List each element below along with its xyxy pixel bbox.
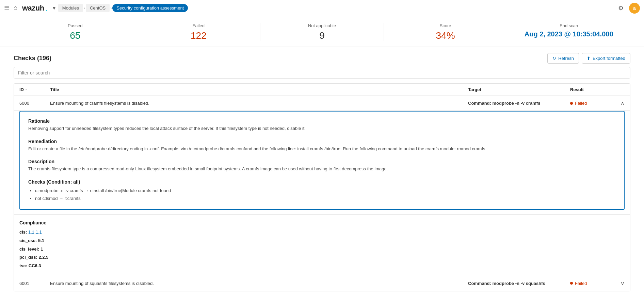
logo-chevron[interactable]: ▾ — [53, 5, 55, 11]
description-section: Description The cramfs filesystem type i… — [28, 159, 616, 172]
row-target-value-6001: modprobe -n -v squashfs — [491, 281, 545, 286]
detail-panel: Rationale Removing support for unneeded … — [19, 111, 625, 210]
main-content: Checks (196) ↻ Refresh ⬆ Export formatte… — [0, 47, 644, 291]
stat-endscan-value: Aug 2, 2023 @ 10:35:04.000 — [514, 30, 624, 38]
compliance-tsc: tsc: CC6.3 — [19, 262, 625, 270]
col-target-header: Target — [468, 87, 570, 92]
stat-passed-label: Passed — [20, 23, 130, 28]
stat-score-label: Score — [391, 23, 500, 28]
compliance-tsc-value: CC6.3 — [29, 263, 41, 268]
stat-endscan: End scan Aug 2, 2023 @ 10:35:04.000 — [507, 23, 630, 38]
stat-not-applicable: Not applicable 9 — [260, 23, 384, 41]
stat-failed-label: Failed — [144, 23, 254, 28]
col-id-header[interactable]: ID ↑ — [19, 87, 50, 92]
refresh-icon: ↻ — [552, 56, 556, 61]
stat-score-value: 34% — [391, 30, 500, 41]
checks-list: c:modprobe -n -v cramfs → r:install /bin… — [28, 187, 616, 203]
stat-na-label: Not applicable — [267, 23, 377, 28]
rationale-text: Removing support for unneeded filesystem… — [28, 125, 616, 132]
export-icon: ⬆ — [587, 56, 591, 61]
breadcrumb-sep-1: › — [84, 6, 85, 11]
row-target-label: Command: — [468, 101, 491, 106]
logo-dot: . — [46, 4, 48, 13]
result-dot-icon-6001 — [570, 282, 573, 285]
compliance-pci-dss-value: 2.2.5 — [38, 255, 48, 260]
result-badge-6001: Failed — [570, 281, 587, 286]
remediation-text: Edit or create a file in the /etc/modpro… — [28, 146, 616, 152]
search-input[interactable] — [14, 67, 630, 79]
compliance-cis-key: cis: — [19, 230, 27, 235]
row-target-6000: Command: modprobe -n -v cramfs — [468, 101, 570, 106]
compliance-items: cis: 1.1.1.1 cis_csc: 5.1 cis_level: 1 p… — [19, 228, 625, 270]
result-badge-6000: Failed — [570, 101, 587, 106]
stat-endscan-label: End scan — [514, 23, 624, 28]
breadcrumb-sca[interactable]: Security configuration assessment — [112, 4, 188, 12]
compliance-cis-level-value: 1 — [41, 247, 43, 252]
compliance-pci-dss-key: pci_dss: — [19, 255, 37, 260]
breadcrumb-centos[interactable]: CentOS — [86, 4, 110, 12]
compliance-pci-dss: pci_dss: 2.2.5 — [19, 253, 625, 262]
menu-icon[interactable]: ☰ — [4, 4, 10, 12]
settings-icon[interactable]: ⚙ — [618, 4, 624, 12]
col-title-header: Title — [50, 87, 468, 92]
row-id-6001: 6001 — [19, 281, 50, 286]
breadcrumb: Modules › CentOS › Security configuratio… — [58, 4, 188, 12]
list-item: not c:lsmod → r:cramfs — [35, 194, 616, 202]
compliance-cis-link[interactable]: 1.1.1.1 — [28, 230, 42, 235]
compliance-cis-level: cis_level: 1 — [19, 245, 625, 254]
description-heading: Description — [28, 159, 616, 164]
result-label-6001: Failed — [575, 281, 587, 286]
stat-failed: Failed 122 — [137, 23, 261, 41]
logo: wazuh. — [22, 4, 48, 13]
row-title-6001: Ensure mounting of squashfs filesystems … — [50, 281, 468, 286]
stats-row: Passed 65 Failed 122 Not applicable 9 Sc… — [0, 16, 644, 47]
checks-table: ID ↑ Title Target Result 6000 Ensure mou… — [14, 83, 630, 291]
checks-condition-section: Checks (Condition: all) c:modprobe -n -v… — [28, 179, 616, 203]
topbar: ☰ ⌂ wazuh. ▾ Modules › CentOS › Security… — [0, 0, 644, 16]
checks-header: Checks (196) ↻ Refresh ⬆ Export formatte… — [14, 47, 630, 67]
table-row: 6000 Ensure mounting of cramfs filesyste… — [14, 96, 630, 111]
checks-title: Checks (196) — [14, 55, 547, 62]
list-item: c:modprobe -n -v cramfs → r:install /bin… — [35, 187, 616, 194]
remediation-heading: Remediation — [28, 139, 616, 144]
row-result-6000: Failed ∧ — [570, 100, 625, 106]
rationale-heading: Rationale — [28, 118, 616, 124]
result-dot-icon — [570, 102, 573, 105]
table-header: ID ↑ Title Target Result — [14, 84, 630, 96]
row-expand-button-6001[interactable]: ∨ — [621, 280, 625, 287]
breadcrumb-sep-2: › — [110, 6, 112, 11]
table-row: 6001 Ensure mounting of squashfs filesys… — [14, 276, 630, 291]
compliance-cis-level-key: cis_level: — [19, 247, 39, 252]
description-text: The cramfs filesystem type is a compress… — [28, 166, 616, 172]
home-icon[interactable]: ⌂ — [14, 4, 17, 12]
refresh-button[interactable]: ↻ Refresh — [547, 53, 579, 64]
compliance-cis: cis: 1.1.1.1 — [19, 228, 625, 237]
breadcrumb-modules[interactable]: Modules — [58, 4, 83, 12]
avatar[interactable]: a — [629, 3, 640, 14]
compliance-section: Compliance cis: 1.1.1.1 cis_csc: 5.1 cis… — [14, 215, 630, 276]
row-collapse-button-6000[interactable]: ∧ — [621, 100, 625, 106]
rationale-section: Rationale Removing support for unneeded … — [28, 118, 616, 132]
remediation-section: Remediation Edit or create a file in the… — [28, 139, 616, 152]
checks-condition-heading: Checks (Condition: all) — [28, 179, 616, 185]
stat-na-value: 9 — [267, 30, 377, 41]
compliance-heading: Compliance — [19, 220, 625, 225]
stat-passed-value: 65 — [20, 30, 130, 41]
compliance-tsc-key: tsc: — [19, 263, 27, 268]
logo-text: wazuh — [22, 4, 44, 13]
stat-score: Score 34% — [384, 23, 508, 41]
sort-arrow-icon: ↑ — [25, 88, 27, 92]
compliance-cis-csc-key: cis_csc: — [19, 238, 37, 243]
row-result-6001: Failed ∨ — [570, 280, 625, 287]
refresh-label: Refresh — [558, 56, 574, 61]
export-label: Export formatted — [593, 56, 625, 61]
row-title-6000: Ensure mounting of cramfs filesystems is… — [50, 101, 468, 106]
export-button[interactable]: ⬆ Export formatted — [582, 53, 630, 64]
stat-passed: Passed 65 — [14, 23, 137, 41]
row-target-label-6001: Command: — [468, 281, 491, 286]
header-actions: ↻ Refresh ⬆ Export formatted — [547, 53, 630, 64]
col-id-label: ID — [19, 87, 24, 92]
col-result-header: Result — [570, 87, 625, 92]
result-label-6000: Failed — [575, 101, 587, 106]
row-id-6000: 6000 — [19, 101, 50, 106]
